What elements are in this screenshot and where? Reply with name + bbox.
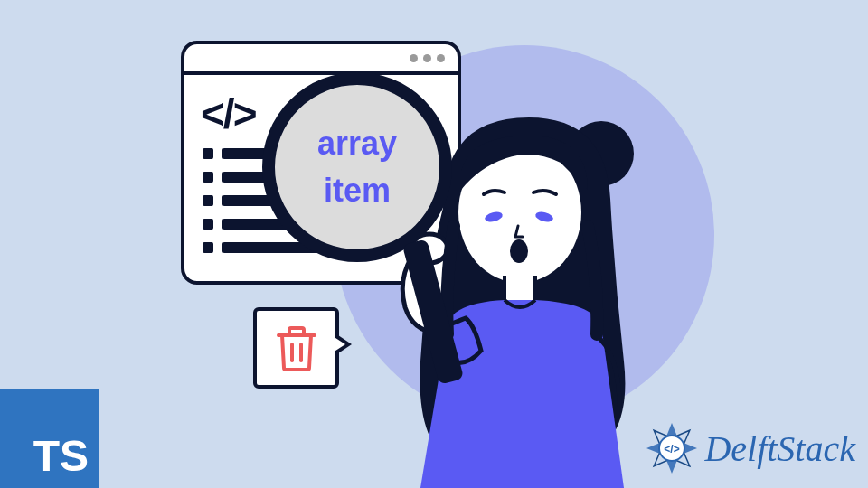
speech-bubble	[253, 307, 339, 389]
trash-icon	[277, 324, 316, 371]
browser-titlebar	[184, 44, 458, 75]
lens-text-line1: array	[317, 125, 397, 163]
bullet-icon	[203, 195, 213, 206]
window-dot	[410, 54, 418, 62]
bullet-icon	[203, 172, 213, 183]
code-brackets-icon: </>	[201, 89, 256, 138]
delftstack-brand-name: DelftStack	[704, 427, 855, 470]
ts-badge-label: TS	[33, 431, 89, 481]
magnifier-lens: array item	[262, 72, 452, 262]
bullet-icon	[203, 219, 213, 230]
typescript-badge: TS	[0, 389, 99, 488]
lens-text-line2: item	[324, 172, 391, 210]
bullet-icon	[203, 242, 213, 253]
magnifier: array item	[262, 72, 452, 262]
window-dot	[423, 54, 431, 62]
svg-point-4	[510, 239, 528, 263]
window-dot	[437, 54, 445, 62]
bullet-icon	[203, 148, 213, 159]
svg-rect-5	[505, 276, 535, 303]
